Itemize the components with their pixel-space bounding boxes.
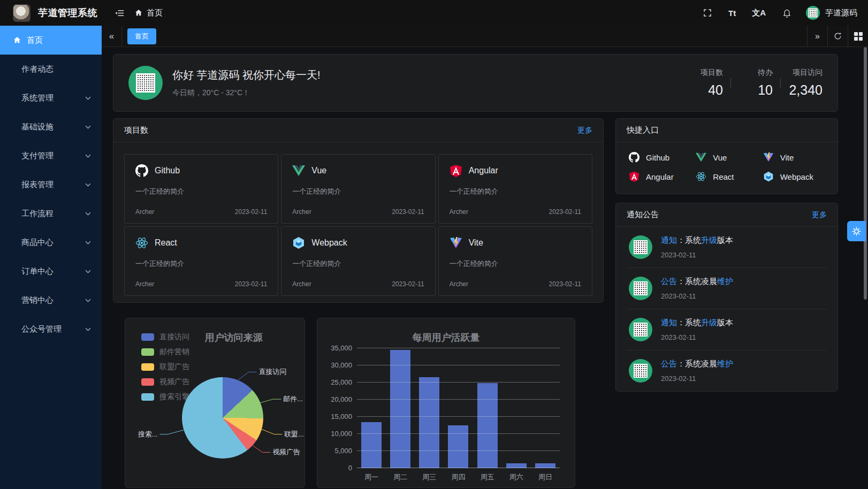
webpack-icon	[292, 236, 305, 249]
stat-label: 项目数	[701, 68, 723, 78]
sidebar-item-product[interactable]: 商品中心	[0, 228, 102, 257]
legend-label: 联盟广告	[159, 362, 189, 372]
project-card-vue[interactable]: Vue 一个正经的简介 Archer 2023-02-11	[281, 154, 435, 224]
x-axis-tick-label: 周日	[535, 472, 555, 482]
legend-label: 邮件营销	[159, 347, 189, 357]
sidebar-item-workflow[interactable]: 工作流程	[0, 199, 102, 228]
bar	[448, 425, 468, 468]
stat-value: 10	[758, 82, 773, 98]
x-axis-tick-label: 周三	[419, 472, 439, 482]
collapse-tabs-right-button[interactable]: »	[807, 26, 827, 47]
breadcrumb-home-label: 首页	[147, 8, 163, 18]
sidebar-item-wechat-mp[interactable]: 公众号管理	[0, 315, 102, 343]
stat-label: 项目访问	[793, 68, 823, 78]
y-axis-tick-label: 25,000	[331, 378, 352, 386]
y-axis-tick-label: 30,000	[331, 361, 352, 369]
shortcut-webpack[interactable]: Webpack	[763, 171, 825, 182]
refresh-button[interactable]	[827, 26, 848, 47]
tab-options-button[interactable]	[848, 26, 868, 47]
theme-settings-button[interactable]	[847, 221, 866, 241]
sidebar-item-label: 公众号管理	[21, 324, 62, 334]
sidebar-item-label: 支付管理	[21, 151, 54, 161]
sidebar-item-infra[interactable]: 基础设施	[0, 112, 102, 141]
legend-item[interactable]: 直接访问	[141, 332, 189, 342]
project-desc: 一个正经的简介	[450, 187, 581, 196]
sidebar-item-label: 工作流程	[21, 209, 54, 219]
project-card-vite[interactable]: Vite 一个正经的简介 Archer 2023-02-11	[438, 226, 592, 296]
notice-item[interactable]: 通知：系统升级版本 2023-02-11	[627, 227, 827, 268]
pie-callout-label: 联盟...	[284, 430, 304, 438]
greeting-text: 你好 芋道源码 祝你开心每一天!	[172, 68, 689, 82]
shortcut-github[interactable]: Github	[629, 152, 690, 163]
shortcut-angular[interactable]: Angular	[629, 171, 690, 182]
legend-label: 直接访问	[159, 332, 189, 342]
locale-button[interactable]: 文A	[750, 6, 768, 20]
fullscreen-icon	[703, 8, 712, 18]
fullscreen-button[interactable]	[701, 6, 714, 20]
project-card-github[interactable]: Github 一个正经的简介 Archer 2023-02-11	[124, 154, 278, 224]
menu-fold-button[interactable]	[112, 6, 127, 20]
scrollbar-thumb[interactable]	[864, 47, 867, 300]
notice-item[interactable]: 通知：系统升级版本 2023-02-11	[627, 309, 827, 350]
sidebar-item-payment[interactable]: 支付管理	[0, 141, 102, 170]
sidebar-item-report[interactable]: 报表管理	[0, 170, 102, 199]
gridline	[357, 468, 560, 468]
divider	[780, 78, 781, 88]
notice-item[interactable]: 公告：系统凌晨维护 2023-02-11	[627, 268, 827, 309]
project-date: 2023-02-11	[235, 208, 268, 216]
sidebar-item-marketing[interactable]: 营销中心	[0, 286, 102, 315]
gridline	[357, 450, 560, 451]
weather-text: 今日晴，20°C - 32°C！	[172, 88, 689, 98]
x-axis-tick-label: 周四	[448, 472, 468, 482]
notice-avatar	[629, 235, 652, 259]
shortcut-react[interactable]: React	[696, 171, 757, 182]
x-axis-tick-label: 周一	[361, 472, 382, 482]
notifications-button[interactable]	[780, 6, 794, 20]
user-name[interactable]: 芋道源码	[825, 8, 857, 18]
angular-icon	[450, 164, 462, 177]
shortcut-vue[interactable]: Vue	[696, 152, 757, 163]
tab-home[interactable]: 首页	[127, 28, 156, 44]
notice-title: 通知：系统升级版本	[661, 318, 733, 328]
sidebar-item-home[interactable]: 首页	[0, 26, 102, 55]
user-avatar[interactable]	[806, 6, 820, 20]
projects-more-link[interactable]: 更多	[577, 126, 592, 135]
shortcut-vite[interactable]: Vite	[763, 152, 825, 163]
project-desc: 一个正经的简介	[292, 187, 424, 196]
pie-callout-label: 邮件...	[283, 395, 303, 403]
sidebar-item-order[interactable]: 订单中心	[0, 257, 102, 286]
project-name: Vite	[469, 238, 483, 248]
notice-title: 公告：系统凌晨维护	[661, 359, 733, 369]
sidebar-item-system[interactable]: 系统管理	[0, 83, 102, 112]
legend-item[interactable]: 视频广告	[141, 377, 189, 387]
project-card-angular[interactable]: Angular 一个正经的简介 Archer 2023-02-11	[438, 154, 592, 224]
project-date: 2023-02-11	[235, 280, 268, 288]
legend-item[interactable]: 邮件营销	[141, 347, 189, 357]
topbar: 芋道管理系统 首页 Tt 文A 芋道源码	[0, 0, 868, 26]
projects-grid: Github 一个正经的简介 Archer 2023-02-11	[113, 142, 603, 302]
notice-item[interactable]: 公告：系统凌晨维护 2023-02-11	[627, 350, 827, 391]
notice-avatar	[629, 359, 652, 383]
notices-more-link[interactable]: 更多	[812, 210, 827, 220]
legend-item[interactable]: 联盟广告	[141, 362, 189, 372]
project-author: Archer	[450, 280, 468, 288]
sidebar-item-author-news[interactable]: 作者动态	[0, 55, 102, 83]
font-size-button[interactable]: Tt	[726, 6, 738, 20]
welcome-avatar	[128, 66, 163, 100]
legend-item[interactable]: 搜索引擎	[141, 392, 189, 402]
vite-icon	[763, 152, 774, 163]
chevron-down-icon	[85, 96, 91, 100]
shortcuts-card: 快捷入口 Github Vue	[615, 118, 838, 194]
collapse-tabs-left-button[interactable]: «	[102, 26, 122, 47]
project-card-webpack[interactable]: Webpack 一个正经的简介 Archer 2023-02-11	[281, 226, 435, 296]
gridline	[357, 382, 560, 383]
notice-title: 公告：系统凌晨维护	[661, 277, 733, 287]
project-card-react[interactable]: React 一个正经的简介 Archer 2023-02-11	[124, 226, 278, 296]
project-name: Angular	[469, 166, 498, 175]
bell-icon	[782, 8, 792, 18]
breadcrumb[interactable]: 首页	[134, 8, 163, 18]
sidebar-item-label: 首页	[27, 35, 43, 45]
home-icon	[13, 36, 21, 44]
locale-icon: 文A	[752, 8, 766, 18]
project-desc: 一个正经的简介	[135, 259, 267, 269]
